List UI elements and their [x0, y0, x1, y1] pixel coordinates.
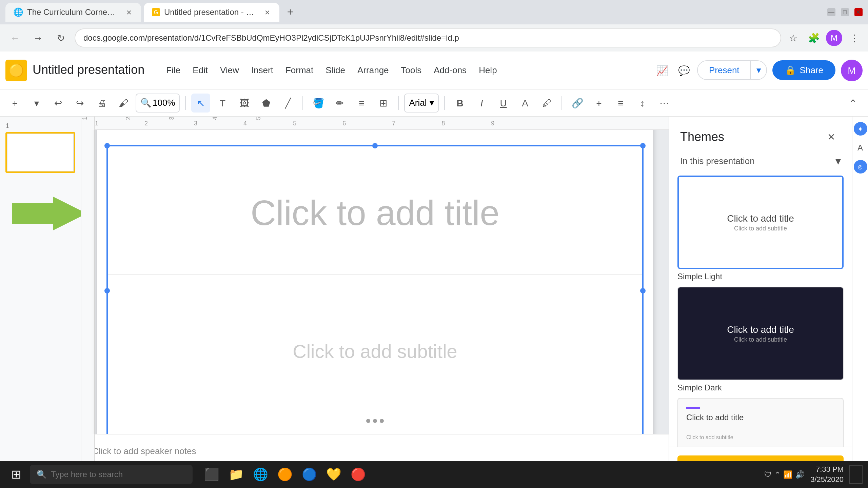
extensions-icon[interactable]: 🧩	[806, 30, 822, 46]
files-icon[interactable]: 💛	[323, 464, 344, 485]
separator-3	[398, 96, 399, 109]
theme-card-simple-dark[interactable]: Click to add title Click to add subtitle…	[677, 287, 844, 392]
menu-help[interactable]: Help	[473, 62, 502, 78]
up-arrow-icon[interactable]: ⌃	[774, 470, 781, 479]
tab-favicon-2: G	[152, 7, 160, 17]
share-button[interactable]: 🔒 Share	[773, 60, 835, 80]
zoom-selector[interactable]: 🔍 100%	[136, 93, 180, 112]
menu-slide[interactable]: Slide	[320, 62, 351, 78]
handle-bottom-center[interactable]	[372, 433, 378, 434]
canvas-container: Click to add title Click to add subtitle	[81, 130, 669, 434]
present-button[interactable]: Present	[698, 61, 750, 79]
window-controls: — □ ✕	[827, 8, 863, 16]
align-button[interactable]: ≡	[352, 93, 371, 112]
taskbar-search-input[interactable]	[51, 470, 186, 479]
undo-button[interactable]: ↩	[49, 93, 68, 112]
comments-icon[interactable]: 💬	[676, 62, 692, 78]
back-button[interactable]: ←	[5, 28, 24, 47]
ie-icon[interactable]: 🔵	[298, 464, 320, 485]
collapse-toolbar[interactable]: ⌃	[844, 93, 863, 112]
handle-top-right[interactable]	[640, 143, 646, 148]
insert-link-button[interactable]: 🔗	[568, 93, 587, 112]
insert-comment-button[interactable]: +	[590, 93, 609, 112]
present-dropdown[interactable]: ▾	[750, 61, 767, 79]
user-profile-icon[interactable]: M	[826, 30, 842, 46]
font-selector[interactable]: Arial ▾	[405, 93, 439, 112]
minimize-button[interactable]: —	[827, 8, 835, 16]
distribute-button[interactable]: ⊞	[374, 93, 393, 112]
handle-bottom-left[interactable]	[104, 433, 110, 434]
show-desktop-button[interactable]	[849, 465, 863, 484]
collapse-icon[interactable]: ⌃	[844, 93, 863, 112]
edge-icon[interactable]: 🌐	[250, 464, 271, 485]
cursor-tool[interactable]: ↖	[192, 93, 211, 112]
maximize-button[interactable]: □	[841, 8, 849, 16]
menu-edit[interactable]: Edit	[187, 62, 213, 78]
bookmark-icon[interactable]: ☆	[785, 30, 802, 46]
redo-button[interactable]: ↪	[71, 93, 90, 112]
user-avatar[interactable]: M	[841, 59, 863, 81]
line-tool[interactable]: ╱	[278, 93, 297, 112]
file-explorer-icon[interactable]: 📁	[225, 464, 247, 485]
bold-button[interactable]: B	[451, 93, 470, 112]
address-bar[interactable]: docs.google.com/presentation/d/1CvReFSBb…	[75, 28, 781, 47]
paint-format-button[interactable]: 🖌	[114, 93, 133, 112]
theme-card-simple-light[interactable]: Click to add title Click to add subtitle…	[677, 176, 844, 281]
toolbar-more[interactable]: ▾	[27, 93, 46, 112]
text-tool[interactable]: T	[213, 93, 232, 112]
slide-subtitle-box[interactable]: Click to add subtitle	[108, 277, 642, 426]
close-button[interactable]: ✕	[854, 8, 863, 16]
app: 🟡 Untitled presentation File Edit View I…	[0, 52, 868, 488]
fill-color-button[interactable]: 🪣	[309, 93, 328, 112]
menu-tools[interactable]: Tools	[396, 62, 427, 78]
shape-tool[interactable]: ⬟	[257, 93, 276, 112]
menu-insert[interactable]: Insert	[246, 62, 279, 78]
font-name: Arial	[409, 98, 427, 108]
handle-top-center[interactable]	[372, 143, 378, 148]
toolbar-overflow[interactable]: ⋯	[655, 93, 674, 112]
menu-arrange[interactable]: Arrange	[352, 62, 394, 78]
tab-close-1[interactable]: ✕	[124, 7, 133, 18]
chrome-icon[interactable]: 🟠	[274, 464, 296, 485]
line-spacing-button[interactable]: ↕	[633, 93, 652, 112]
tab-close-2[interactable]: ✕	[263, 7, 271, 18]
border-color-button[interactable]: ✏	[331, 93, 350, 112]
slide-thumbnail-1[interactable]	[5, 132, 75, 172]
task-view-icon[interactable]: ⬛	[201, 464, 222, 485]
underline-button[interactable]: U	[494, 93, 513, 112]
themes-close-button[interactable]: ✕	[822, 127, 841, 146]
add-button[interactable]: +	[5, 93, 24, 112]
browser-tab-2[interactable]: G Untitled presentation - Google S... ✕	[144, 3, 279, 22]
image-tool[interactable]: 🖼	[235, 93, 254, 112]
menu-view[interactable]: View	[215, 62, 244, 78]
themes-section-chevron[interactable]: ▾	[835, 155, 841, 167]
text-color-button[interactable]: A	[516, 93, 535, 112]
handle-bottom-right[interactable]	[640, 433, 646, 434]
menu-addons[interactable]: Add-ons	[428, 62, 472, 78]
menu-format[interactable]: Format	[280, 62, 319, 78]
explore-icon[interactable]: ✦	[853, 122, 867, 136]
print-button[interactable]: 🖨	[92, 93, 111, 112]
text-align-button[interactable]: ≡	[611, 93, 630, 112]
format-options-icon[interactable]: A	[853, 141, 867, 155]
slide-canvas[interactable]: Click to add title Click to add subtitle	[97, 130, 653, 434]
slide-title-box[interactable]: Click to add title	[108, 155, 642, 270]
start-button[interactable]: ⊞	[5, 464, 27, 485]
lock-icon: 🔒	[785, 65, 796, 75]
menu-file[interactable]: File	[161, 62, 186, 78]
new-tab-button[interactable]: +	[282, 4, 298, 20]
toolbar: + ▾ ↩ ↪ 🖨 🖌 🔍 100% ↖ T 🖼 ⬟ ╱ 🪣 ✏ ≡ ⊞ Ari…	[0, 89, 868, 117]
handle-top-left[interactable]	[104, 143, 110, 148]
taskbar-search-bar[interactable]: 🔍	[30, 465, 193, 484]
accessibility-icon[interactable]: ◎	[853, 160, 867, 174]
highlight-button[interactable]: 🖊	[537, 93, 556, 112]
browser-tab-1[interactable]: 🌐 The Curriculum Corner teachers ✕	[5, 3, 141, 22]
settings-icon[interactable]: ⋮	[846, 30, 863, 46]
svg-marker-0	[12, 196, 81, 230]
theme-card-streamline[interactable]: Click to add title Click to add subtitle…	[677, 398, 844, 447]
pdf-icon[interactable]: 🔴	[347, 464, 369, 485]
forward-button[interactable]: →	[28, 28, 47, 47]
reload-button[interactable]: ↻	[52, 28, 71, 47]
activity-icon[interactable]: 📈	[654, 62, 670, 78]
italic-button[interactable]: I	[472, 93, 491, 112]
